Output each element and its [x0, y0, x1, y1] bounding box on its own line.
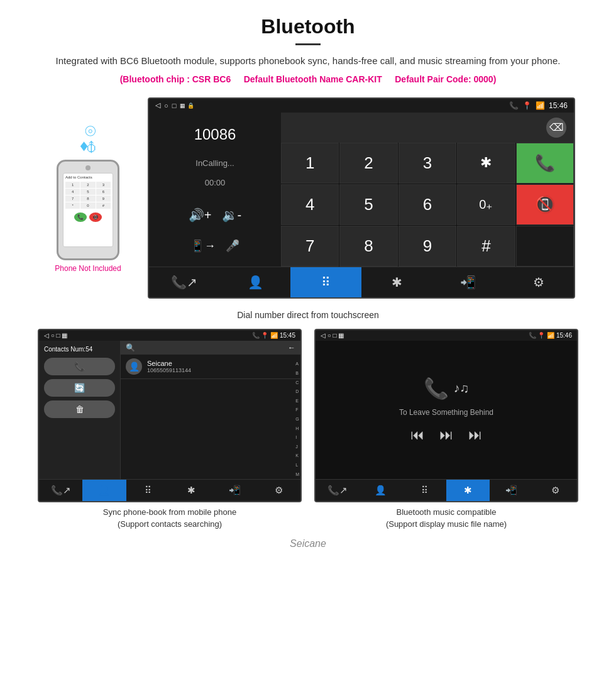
transfer-icon[interactable]: 📱→ — [190, 239, 216, 253]
spec-pair: Default Pair Code: 0000) — [395, 74, 496, 84]
music-bottom-nav: 📞↗ 👤 ⠿ ✱ 📲 ⚙ — [316, 479, 577, 501]
call-button[interactable]: 📞 — [516, 143, 574, 184]
nav-call-history[interactable]: 📞↗ — [149, 267, 220, 297]
key-2[interactable]: 2 — [339, 143, 397, 184]
music-body: 📞 ♪♫ To Leave Something Behind ⏮ ⏭ ⏭ — [316, 341, 577, 479]
ss-nav-settings[interactable]: ⚙ — [257, 480, 300, 501]
contacts-screen-wrapper: ◁ ○ □ ▦ 📞 📍 📶 15:45 Contacts Num:54 📞 🔄 … — [38, 329, 302, 531]
contacts-count: Contacts Num:54 — [44, 346, 115, 353]
bluetooth-waves-icon: ⦾⦽ — [85, 123, 99, 156]
key-star[interactable]: ✱ — [457, 143, 515, 184]
recents-icon: □ — [172, 102, 177, 109]
ss-nav-dialpad[interactable]: ⠿ — [126, 480, 170, 501]
contact-name: Seicane — [147, 360, 191, 367]
home-icon: ○ — [164, 102, 168, 109]
bottom-screenshots-area: ◁ ○ □ ▦ 📞 📍 📶 15:45 Contacts Num:54 📞 🔄 … — [0, 323, 616, 531]
ms-nav-contacts[interactable]: 👤 — [359, 480, 402, 501]
phone-signal-icon: 📞 — [509, 101, 519, 110]
contacts-body: Contacts Num:54 📞 🔄 🗑 🔍 ← 👤 Seicane — [39, 341, 300, 479]
music-screen: ◁ ○ □ ▦ 📞 📍 📶 15:46 📞 ♪♫ To Leave Someth… — [314, 329, 578, 502]
end-call-button[interactable]: 📵 — [516, 184, 574, 225]
contacts-status-left: ◁ ○ □ ▦ — [44, 332, 67, 339]
key-8[interactable]: 8 — [339, 226, 397, 267]
contact-info: Seicane 10655059113144 — [147, 360, 191, 373]
numpad-grid: 1 2 3 ✱ 📞 4 5 6 0₊ 📵 7 8 9 # — [281, 143, 574, 267]
watermark: Seicane — [0, 531, 616, 554]
search-input[interactable] — [139, 344, 284, 351]
back-nav-icon: ◁ — [155, 101, 160, 109]
dialed-number: 10086 — [159, 126, 271, 143]
dial-bottom-nav: 📞↗ 👤 ⠿ ✱ 📲 ⚙ — [149, 267, 574, 297]
key-4[interactable]: 4 — [281, 184, 339, 225]
ss-nav-bt[interactable]: ✱ — [170, 480, 213, 501]
key-5[interactable]: 5 — [339, 184, 397, 225]
next-track-button[interactable]: ⏭ — [468, 427, 482, 443]
status-left-icons: ◁ ○ □ ▦ 🔒 — [155, 101, 194, 109]
status-bar: ◁ ○ □ ▦ 🔒 📞 📍 📶 15:46 — [149, 99, 574, 113]
status-right-info: 📞 📍 📶 15:46 — [509, 101, 568, 110]
ss-nav-call[interactable]: 📞↗ — [39, 480, 82, 501]
spec-name: Default Bluetooth Name CAR-KIT — [244, 74, 382, 84]
sync-btn[interactable]: 🔄 — [44, 379, 115, 397]
ms-nav-call[interactable]: 📞↗ — [316, 480, 359, 501]
extra-controls: 📱→ 🎤 — [159, 239, 271, 253]
ms-nav-transfer[interactable]: 📲 — [490, 480, 533, 501]
contact-number: 10655059113144 — [147, 367, 191, 373]
contacts-right-panel: 🔍 ← 👤 Seicane 10655059113144 ABCDE FGHI — [121, 341, 300, 479]
header-section: Bluetooth Integrated with BC6 Bluetooth … — [0, 0, 616, 91]
nav-phone-transfer[interactable]: 📲 — [432, 267, 503, 297]
page-title: Bluetooth — [25, 15, 591, 38]
nav-bluetooth[interactable]: ✱ — [361, 267, 432, 297]
prev-track-button[interactable]: ⏮ — [410, 427, 424, 443]
nav-settings[interactable]: ⚙ — [503, 267, 574, 297]
spec-chip: (Bluetooth chip : CSR BC6 — [120, 74, 231, 84]
ms-nav-dialpad[interactable]: ⠿ — [403, 480, 446, 501]
ms-nav-settings[interactable]: ⚙ — [534, 480, 577, 501]
ss-nav-contacts[interactable]: 👤 — [82, 480, 126, 501]
contacts-status-bar: ◁ ○ □ ▦ 📞 📍 📶 15:45 — [39, 330, 300, 341]
call-status: InCalling... — [159, 158, 271, 168]
dial-screen: ◁ ○ □ ▦ 🔒 📞 📍 📶 15:46 10086 InCalling...… — [148, 97, 575, 299]
status-time: 15:46 — [549, 101, 568, 110]
vol-down-icon[interactable]: 🔉- — [222, 207, 242, 223]
call-duration: 00:00 — [159, 178, 271, 187]
notification-icon: ▦ 🔒 — [180, 102, 194, 109]
header-specs: (Bluetooth chip : CSR BC6 Default Blueto… — [25, 74, 591, 85]
search-bar: 🔍 ← — [121, 341, 300, 355]
contacts-left-panel: Contacts Num:54 📞 🔄 🗑 — [39, 341, 121, 479]
nav-dialpad[interactable]: ⠿ — [290, 267, 361, 297]
key-1[interactable]: 1 — [281, 143, 339, 184]
delete-btn[interactable]: 🗑 — [44, 400, 115, 418]
music-controls: ⏮ ⏭ ⏭ — [410, 427, 482, 443]
contacts-caption: Sync phone-book from mobile phone (Suppo… — [101, 502, 239, 531]
ms-nav-bt[interactable]: ✱ — [446, 480, 490, 501]
mic-icon[interactable]: 🎤 — [226, 239, 239, 253]
nav-contacts[interactable]: 👤 — [220, 267, 291, 297]
contact-avatar: 👤 — [126, 358, 142, 375]
backspace-search-icon[interactable]: ← — [288, 343, 295, 352]
key-hash[interactable]: # — [457, 226, 515, 267]
music-status-left: ◁ ○ □ ▦ — [321, 332, 344, 339]
header-description: Integrated with BC6 Bluetooth module, su… — [25, 54, 591, 69]
key-3[interactable]: 3 — [399, 143, 456, 184]
title-divider — [295, 43, 321, 45]
vol-up-icon[interactable]: 🔊+ — [189, 207, 212, 223]
ss-nav-transfer[interactable]: 📲 — [213, 480, 256, 501]
contacts-status-right: 📞 📍 📶 15:45 — [252, 332, 295, 339]
alphabet-index[interactable]: ABCDE FGHIJ KLM — [295, 360, 299, 479]
play-pause-button[interactable]: ⏭ — [439, 427, 453, 443]
music-note-icon: ♪♫ — [454, 381, 470, 395]
key-6[interactable]: 6 — [399, 184, 456, 225]
key-empty — [516, 226, 574, 267]
call-contact-btn[interactable]: 📞 — [44, 358, 115, 375]
music-status-right: 📞 📍 📶 15:46 — [529, 332, 572, 339]
music-screen-wrapper: ◁ ○ □ ▦ 📞 📍 📶 15:46 📞 ♪♫ To Leave Someth… — [314, 329, 578, 531]
phone-illustration: ⬧ ⦾⦽ Add to Contacts 1 2 3 4 5 6 7 8 9 * — [41, 123, 135, 273]
wifi-icon: 📶 — [536, 101, 545, 110]
key-7[interactable]: 7 — [281, 226, 339, 267]
key-9[interactable]: 9 — [399, 226, 456, 267]
music-icon-area: 📞 ♪♫ — [424, 377, 470, 400]
key-0plus[interactable]: 0₊ — [457, 184, 515, 225]
backspace-button[interactable]: ⌫ — [546, 118, 566, 138]
dial-caption: Dial number direct from touchscreen — [0, 305, 616, 323]
